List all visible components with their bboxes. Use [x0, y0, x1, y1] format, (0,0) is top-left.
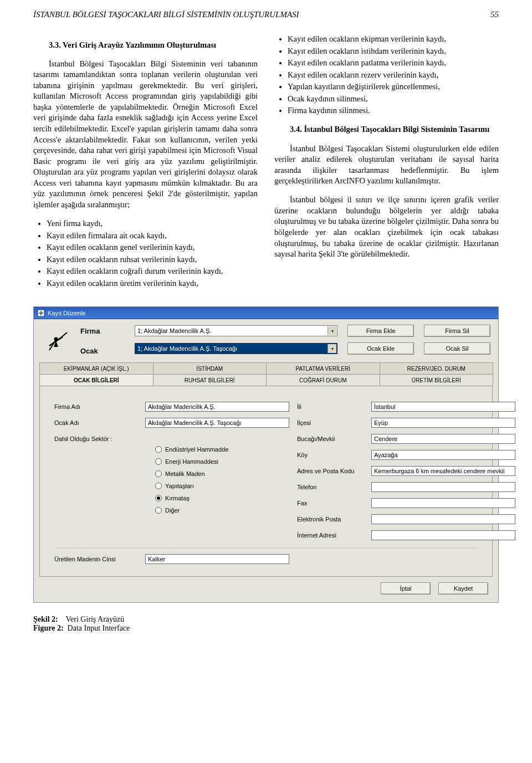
firma-label: Firma	[80, 327, 100, 335]
eposta-label: Elektronik Posta	[297, 516, 364, 523]
firma-sil-button[interactable]: Firma Sil	[424, 325, 490, 337]
caption-sekil-label: Şekil 2:	[33, 615, 58, 623]
internet-label: İnternet Adresi	[297, 532, 364, 539]
tab-rezerv[interactable]: REZERV/JEO. DURUM	[380, 362, 494, 374]
list-item: Kayıt edilen ocakların patlatma verileri…	[288, 58, 499, 69]
telefon-label: Telefon	[297, 484, 364, 490]
paragraph-right-2: İstanbul bölgesi il sınırı ve ilçe sınır…	[274, 194, 499, 259]
ocak-combobox[interactable]: 1; Akdağlar Madencilik A.Ş. Taşocağı ▾	[135, 343, 337, 354]
bucak-label: Bucağı/Mevkii	[297, 436, 364, 442]
miner-icon	[42, 325, 71, 355]
iptal-button[interactable]: İptal	[381, 582, 431, 595]
adres-field[interactable]: Kemerburgaza 6 km mesafedeki cendere mev…	[371, 466, 515, 476]
radio-icon	[155, 446, 162, 453]
ocak-adi-label: Ocak Adı	[54, 419, 137, 426]
section-3-4-heading: 3.4. İstanbul Bölgesi Taşocakları Bilgi …	[290, 125, 489, 134]
caption-figure-label: Figure 2:	[33, 624, 64, 632]
paragraph-left-1: İstanbul Bölgesi Taşocakları Bilgi Siste…	[33, 59, 258, 211]
tab-uretim[interactable]: ÜRETİM BİLGİLERİ	[380, 374, 494, 386]
firma-adi-label: Firma Adı	[54, 403, 137, 410]
kaydet-button[interactable]: Kaydet	[438, 582, 488, 595]
section-3-3: 3.3. Veri Giriş Arayüz Yazılımının Oluşt…	[33, 40, 258, 51]
window-title: Kayıt Düzenle	[48, 310, 85, 316]
ocak-adi-field[interactable]: Akdağlar Madencilik A.Ş. Taşocağı	[145, 418, 289, 428]
caption-figure-text: Data Input Interface	[68, 624, 130, 632]
firma-combobox[interactable]: 1; Akdağlar Madencilik A.Ş. ▾	[135, 325, 337, 336]
paragraph-right-1: İstanbul Bölgesi Taşocakları Sistemi olu…	[274, 144, 499, 187]
list-item: Kayıt edilen ocakların ekipman verilerin…	[288, 34, 499, 45]
adres-label: Adres ve Posta Kodu	[297, 468, 364, 474]
uretilen-maden-field[interactable]: Kalker	[145, 554, 289, 564]
caption-sekil-text: Veri Giriş Arayüzü	[65, 615, 124, 623]
bullet-list-right: Kayıt edilen ocakların ekipman verilerin…	[288, 34, 499, 116]
radio-endustriyel[interactable]: Endüstriyel Hammadde	[155, 446, 289, 453]
tab-cografi[interactable]: COĞRAFİ DURUM	[266, 374, 380, 386]
ilcesi-label: İlçesi	[297, 419, 364, 426]
uretilen-maden-label: Üretilen Madenin Cinsi	[54, 556, 137, 562]
koy-label: Köy	[297, 452, 364, 458]
radio-icon	[155, 483, 162, 489]
list-item: Yapılan kayıtların değiştirilerek güncel…	[288, 81, 499, 93]
list-item: Kayıt edilen ocakların rezerv verilerini…	[288, 70, 499, 81]
section-3-4: 3.4. İstanbul Bölgesi Taşocakları Bilgi …	[274, 124, 499, 135]
list-item: Firma kaydının silinmesi.	[288, 105, 499, 116]
tab-patlatma[interactable]: PATLATMA VERİLERİ	[266, 362, 380, 374]
bullet-list-left: Yeni firma kaydı, Kayıt edilen firmalara…	[47, 218, 258, 289]
firma-combobox-value: 1; Akdağlar Madencilik A.Ş.	[137, 327, 211, 334]
list-item: Kayıt edilen firmalara ait ocak kaydı,	[47, 231, 258, 242]
section-3-3-heading: 3.3. Veri Giriş Arayüz Yazılımının Oluşt…	[49, 40, 216, 49]
radio-icon	[155, 507, 162, 514]
tab-ekipmanlar[interactable]: EKİPMANLAR (AÇIK İŞL.)	[39, 362, 154, 374]
koy-field[interactable]: Ayazağa	[371, 450, 515, 460]
list-item: Kayıt edilen ocakların ruhsat verilerini…	[47, 254, 258, 265]
tab-ocak-bilgileri[interactable]: OCAK BİLGİLERİ	[39, 374, 154, 386]
sektor-label: Dahil Olduğu Sektör :	[54, 436, 137, 442]
ilcesi-field[interactable]: Eyüp	[371, 418, 515, 428]
eposta-field[interactable]	[371, 514, 515, 524]
sektor-radio-group: Endüstriyel Hammadde Enerji Hammaddesi M…	[145, 445, 289, 514]
divider	[54, 548, 478, 549]
radio-kirmatas[interactable]: Kırmataş	[155, 495, 289, 501]
radio-enerji[interactable]: Enerji Hammaddesi	[155, 458, 289, 465]
tab-istihdam[interactable]: İSTİHDAM	[153, 362, 267, 374]
fax-field[interactable]	[371, 498, 515, 508]
radio-diger[interactable]: Diğer	[155, 507, 289, 514]
window-titlebar[interactable]: Kayıt Düzenle	[34, 307, 498, 319]
chevron-down-icon[interactable]: ▾	[328, 326, 336, 335]
window-icon	[37, 309, 45, 317]
list-item: Yeni firma kaydı,	[47, 218, 258, 229]
bucak-field[interactable]: Cendere	[371, 434, 515, 444]
ili-label: İli	[297, 403, 364, 410]
list-item: Kayıt edilen ocakların genel verilerinin…	[47, 242, 258, 253]
list-item: Kayıt edilen ocakların üretim verilerini…	[47, 278, 258, 289]
telefon-field[interactable]	[371, 482, 515, 492]
radio-metalik[interactable]: Metalik Maden	[155, 470, 289, 477]
page-number: 55	[490, 10, 499, 19]
running-head-title: İSTANBUL BÖLGESİ TAŞOCAKLARI BİLGİ SİSTE…	[33, 10, 299, 19]
chevron-down-icon[interactable]: ▾	[328, 344, 336, 353]
list-item: Ocak kaydının silinmesi,	[288, 94, 499, 105]
figure-caption: Şekil 2: Veri Giriş Arayüzü Figure 2: Da…	[33, 615, 499, 633]
ocak-sil-button[interactable]: Ocak Sil	[424, 342, 490, 355]
radio-icon	[155, 470, 162, 477]
ocak-label: Ocak	[80, 347, 98, 355]
data-entry-dialog: Kayıt Düzenle Firma Ocak 1; Akdağlar Mad	[33, 306, 499, 603]
radio-icon	[155, 458, 162, 465]
list-item: Kayıt edilen ocakların istihdam verileri…	[288, 46, 499, 57]
internet-field[interactable]	[371, 530, 515, 540]
ocak-ekle-button[interactable]: Ocak Ekle	[347, 342, 414, 355]
firma-ekle-button[interactable]: Firma Ekle	[347, 325, 414, 337]
radio-icon	[155, 495, 162, 501]
firma-adi-field[interactable]: Akdağlar Madencilik A.Ş.	[145, 402, 289, 412]
tab-ruhsat[interactable]: RUHSAT BİLGİLERİ	[153, 374, 267, 386]
list-item: Kayıt edilen ocakların coğrafi durum ver…	[47, 266, 258, 277]
ili-field[interactable]: İstanbul	[371, 402, 515, 412]
fax-label: Fax	[297, 500, 364, 506]
radio-yapitaslari[interactable]: Yapıtaşları	[155, 483, 289, 489]
ocak-combobox-value: 1; Akdağlar Madencilik A.Ş. Taşocağı	[137, 345, 237, 352]
